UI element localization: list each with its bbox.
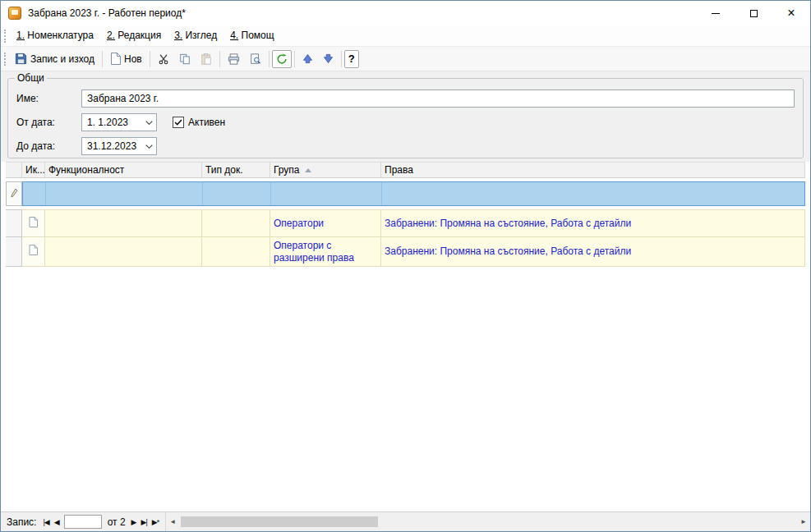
name-input[interactable]: [81, 89, 795, 108]
toolbar-grip: [4, 53, 6, 66]
from-date-label: От дата:: [16, 117, 81, 128]
record-position-input[interactable]: [64, 515, 102, 529]
window-controls: ×: [697, 1, 810, 25]
cell-doctype[interactable]: [202, 237, 270, 267]
cell-icon[interactable]: [22, 209, 45, 237]
print-preview-icon: [250, 53, 261, 65]
move-down-button[interactable]: [318, 49, 339, 69]
grid-row-selected[interactable]: [6, 181, 805, 206]
close-button[interactable]: ×: [772, 1, 810, 25]
menu-nomenklatura[interactable]: 1. Номенклатура: [10, 25, 100, 46]
toolbar-separator: [102, 51, 103, 67]
name-label: Име:: [16, 93, 81, 104]
to-date-combo[interactable]: 31.12.2023: [81, 137, 157, 155]
record-navigator: Запис: |◀ ◀ от 2 ▶ ▶| ▶* ◄ ►: [1, 511, 810, 531]
column-header-icon[interactable]: Ик...: [22, 163, 45, 177]
scroll-right-icon[interactable]: ►: [797, 518, 810, 525]
grid-row[interactable]: Оператори Забранени: Промяна на състояни…: [6, 209, 805, 237]
new-label: Нов: [124, 53, 142, 65]
column-header-group-label: Група: [274, 164, 300, 176]
refresh-button[interactable]: [272, 50, 292, 68]
cell-functionality[interactable]: [46, 182, 203, 205]
maximize-button[interactable]: [735, 1, 772, 25]
toolbar-separator: [294, 51, 295, 67]
column-header-doctype[interactable]: Тип док.: [202, 163, 270, 177]
new-button[interactable]: Нов: [105, 49, 147, 69]
move-up-button[interactable]: [297, 49, 318, 69]
print-preview-button[interactable]: [245, 49, 266, 69]
new-document-icon: [110, 53, 121, 65]
groupbox-obshti: Общи Име: От дата: 1. 1.2023 Активен До …: [7, 78, 804, 158]
paste-icon: [200, 53, 212, 65]
scroll-left-icon[interactable]: ◄: [166, 518, 179, 525]
row-selector-editing[interactable]: [6, 181, 22, 206]
to-date-value: 31.12.2023: [87, 140, 145, 152]
column-header-functionality[interactable]: Функционалност: [45, 163, 202, 177]
record-label: Запис:: [7, 516, 36, 528]
active-label: Активен: [188, 117, 225, 128]
print-icon: [228, 53, 240, 65]
cell-icon[interactable]: [22, 237, 45, 267]
checkbox-checked-icon: [173, 117, 184, 128]
toolbar-separator: [341, 51, 342, 67]
cell-group[interactable]: Оператори: [270, 209, 381, 237]
help-button[interactable]: ?: [344, 50, 359, 68]
copy-button[interactable]: [174, 49, 196, 69]
minimize-button[interactable]: [697, 1, 735, 25]
cell-doctype[interactable]: [203, 182, 271, 205]
chevron-down-icon[interactable]: [145, 121, 153, 125]
selected-row-cells[interactable]: [22, 181, 805, 206]
scrollbar-track[interactable]: [179, 516, 797, 528]
cell-rights[interactable]: [382, 182, 804, 205]
column-header-group[interactable]: Група: [270, 163, 381, 177]
row-selector-header[interactable]: [6, 163, 22, 177]
column-header-rights[interactable]: Права: [381, 163, 805, 177]
previous-record-button[interactable]: ◀: [52, 515, 62, 530]
cell-functionality[interactable]: [45, 209, 202, 237]
record-total-label: от 2: [108, 516, 126, 528]
menu-pomosht[interactable]: 4. Помощ: [223, 25, 280, 46]
menu-grip: [4, 30, 6, 43]
last-record-button[interactable]: ▶|: [139, 515, 150, 530]
first-record-button[interactable]: |◀: [40, 515, 51, 530]
maximize-icon: [750, 10, 758, 17]
grid-header: Ик... Функционалност Тип док. Група Прав…: [6, 162, 805, 178]
cell-functionality[interactable]: [45, 237, 202, 267]
scrollbar-thumb[interactable]: [181, 516, 378, 527]
from-date-combo[interactable]: 1. 1.2023: [81, 113, 157, 131]
save-exit-button[interactable]: Запис и изход: [10, 49, 99, 69]
to-date-label: До дата:: [16, 140, 81, 152]
print-button[interactable]: [223, 49, 245, 69]
help-icon: ?: [348, 53, 355, 64]
active-checkbox[interactable]: Активен: [173, 117, 225, 128]
cut-button[interactable]: [153, 49, 174, 69]
app-window: Забрана 2023 г. - Работен период* × 1. Н…: [0, 0, 811, 532]
new-record-button[interactable]: ▶*: [150, 515, 161, 530]
save-exit-label: Запис и изход: [30, 53, 94, 65]
titlebar[interactable]: Забрана 2023 г. - Работен период* ×: [1, 1, 810, 25]
horizontal-scrollbar[interactable]: ◄ ►: [165, 512, 810, 531]
app-icon: [8, 7, 21, 20]
row-selector[interactable]: [6, 209, 22, 237]
cell-rights[interactable]: Забранени: Промяна на състояние, Работа …: [381, 237, 805, 267]
menu-redakciya[interactable]: 2. Редакция: [100, 25, 168, 46]
cell-group[interactable]: [271, 182, 382, 205]
next-record-button[interactable]: ▶: [129, 515, 139, 530]
menu-bar: 1. Номенклатура 2. Редакция 3. Изглед 4.…: [1, 25, 810, 47]
close-icon: ×: [787, 7, 795, 20]
document-icon: [29, 245, 38, 259]
toolbar: Запис и изход Нов: [1, 47, 810, 71]
move-up-icon: [302, 53, 313, 64]
refresh-icon: [276, 53, 288, 65]
row-selector[interactable]: [6, 237, 22, 267]
chevron-down-icon[interactable]: [145, 144, 153, 149]
toolbar-separator: [150, 51, 150, 67]
copy-icon: [179, 53, 191, 65]
cell-rights[interactable]: Забранени: Промяна на състояние, Работа …: [381, 209, 805, 237]
grid-row[interactable]: Оператори с разширени права Забранени: П…: [6, 237, 805, 267]
cell-doctype[interactable]: [202, 209, 270, 237]
menu-izgled[interactable]: 3. Изглед: [168, 25, 223, 46]
cell-icon[interactable]: [23, 182, 46, 205]
paste-button[interactable]: [196, 49, 217, 69]
cell-group[interactable]: Оператори с разширени права: [270, 237, 381, 267]
